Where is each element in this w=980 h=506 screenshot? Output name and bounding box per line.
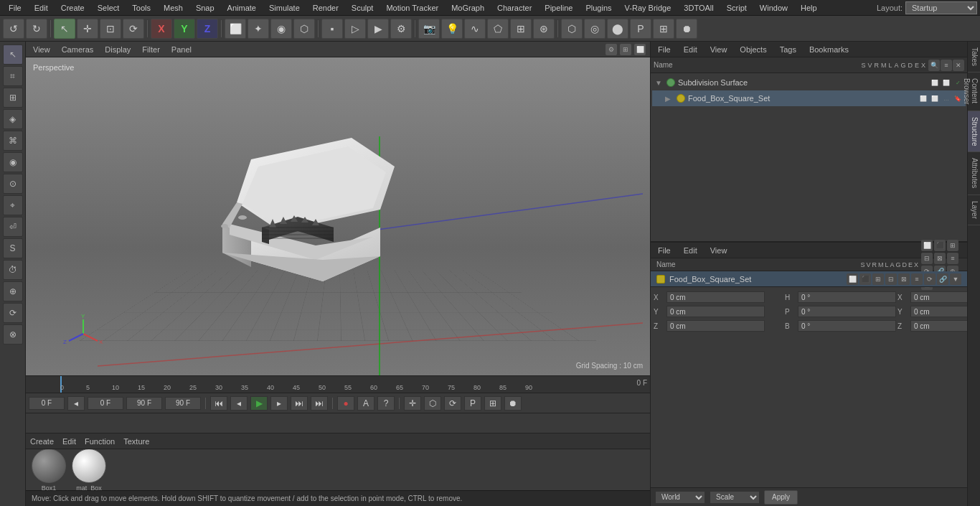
am-obj-icon-6[interactable]: ≡ [911,273,923,285]
palette-button[interactable]: P [630,19,651,39]
render-view-button[interactable]: ▷ [344,19,366,39]
menu-3dtoall[interactable]: 3DTOAll [678,2,719,14]
left-btn-tool7[interactable]: ⏱ [3,260,23,280]
mat-menu-function[interactable]: Function [85,437,115,446]
object-mode-button[interactable]: ⬜ [225,19,246,39]
left-btn-tool1[interactable]: ⌘ [3,131,23,151]
record-button[interactable]: ⏺ [676,19,697,39]
frame-current-input[interactable] [88,397,123,410]
material-box1[interactable]: Box1 [32,449,66,490]
am-icon-1[interactable]: ⬜ [921,240,933,251]
camera-button[interactable]: 📷 [418,19,440,39]
am-icon-5[interactable]: ⊠ [934,253,946,264]
left-btn-tool8[interactable]: ⊕ [3,281,23,301]
am-obj-icon-3[interactable]: ⊞ [872,273,884,285]
vp-icon-max[interactable]: ⬜ [634,44,646,55]
tc-prev-frame[interactable]: ◂ [230,396,248,411]
polygon-button[interactable]: ⬠ [487,19,509,39]
move2-button[interactable]: ⬡ [561,19,583,39]
am-obj-icon-4[interactable]: ⊟ [885,273,897,285]
vp-menu-display[interactable]: Display [102,44,133,55]
menu-mesh[interactable]: Mesh [158,2,189,14]
om-menu-edit[interactable]: Edit [681,44,700,55]
menu-tools[interactable]: Tools [126,2,156,14]
om-ic-s[interactable]: ⬜ [930,78,940,88]
menu-render[interactable]: Render [307,2,344,14]
rotate2-button[interactable]: ◎ [584,19,606,39]
tc-scale2[interactable]: ⬡ [424,396,441,411]
grid-button[interactable]: ⊞ [653,19,674,39]
om-close-icon[interactable]: ✕ [953,60,964,71]
am-object-row[interactable]: Food_Box_Square_Set ⬜ ⬛ ⊞ ⊟ ⊠ ≡ ⟳ 🔗 ▼ [651,271,967,287]
mat-menu-texture[interactable]: Texture [123,437,149,446]
om-ic-v[interactable]: ⬜ [941,78,951,88]
left-btn-model[interactable]: ↖ [3,44,23,65]
tc-goto-end2[interactable]: ⏭ [311,396,328,411]
menu-vray[interactable]: V-Ray Bridge [619,2,677,14]
vp-menu-cameras[interactable]: Cameras [59,44,97,55]
tab-takes[interactable]: Takes [968,42,980,72]
am-input-h[interactable] [798,291,896,303]
vp-menu-panel[interactable]: Panel [169,44,194,55]
scale-tool-button[interactable]: ⊡ [100,19,121,39]
mat-menu-create[interactable]: Create [30,437,54,446]
vp-menu-filter[interactable]: Filter [139,44,162,55]
frame-end-input2[interactable] [165,397,201,410]
om-menu-objects[interactable]: Objects [737,44,769,55]
left-btn-tool4[interactable]: ⌖ [3,195,23,215]
tc-goto-end[interactable]: ⏭ [291,396,308,411]
am-obj-icon-5[interactable]: ⊠ [898,273,910,285]
mat-menu-edit[interactable]: Edit [62,437,76,446]
deform-button[interactable]: ⬡ [293,19,315,39]
render-region-button[interactable]: ▪ [321,19,343,39]
left-btn-tool10[interactable]: ⊗ [3,324,23,345]
om-ic-dots[interactable]: … [941,93,951,103]
tc-grid[interactable]: ⊞ [484,396,501,411]
am-input-x-pos[interactable] [666,291,765,303]
left-btn-tool9[interactable]: ⟳ [3,303,23,323]
om-menu-view[interactable]: View [707,44,730,55]
menu-file[interactable]: File [3,2,27,14]
am-obj-icon-1[interactable]: ⬜ [847,273,858,285]
render-settings-button[interactable]: ⚙ [390,19,412,39]
menu-simulate[interactable]: Simulate [263,2,306,14]
om-menu-file[interactable]: File [655,44,674,55]
menu-edit[interactable]: Edit [29,2,54,14]
om-ic-check[interactable]: ✓ [953,78,963,88]
menu-create[interactable]: Create [55,2,90,14]
tc-help[interactable]: ? [377,396,395,411]
am-icon-2[interactable]: ⬛ [934,240,946,251]
tc-goto-start[interactable]: ⏮ [210,396,227,411]
am-input-b[interactable] [798,320,896,332]
om-menu-tags[interactable]: Tags [777,44,799,55]
am-icon-3[interactable]: ⊞ [947,240,958,251]
scale2-button[interactable]: ⬤ [607,19,628,39]
am-icon-4[interactable]: ⊟ [921,253,933,264]
am-input-p[interactable] [798,306,896,317]
tc-param[interactable]: P [464,396,481,411]
tc-move[interactable]: ✛ [404,396,421,411]
am-obj-icon-8[interactable]: 🔗 [937,273,948,285]
tc-record[interactable]: ● [337,396,354,411]
am-menu-edit[interactable]: Edit [681,245,700,256]
menu-mograph[interactable]: MoGraph [446,2,490,14]
left-btn-motion[interactable]: ◈ [3,109,23,129]
material-mat-box[interactable]: mat_Box [72,449,106,490]
am-menu-file[interactable]: File [655,245,674,256]
render-button[interactable]: ▶ [367,19,389,39]
viewport-3d[interactable]: Perspective [26,57,650,375]
timeline-ruler[interactable]: 0 5 10 15 20 25 30 35 40 45 50 55 60 65 … [26,376,650,393]
left-btn-tool6[interactable]: S [3,238,23,258]
am-icon-6[interactable]: ≡ [947,253,958,264]
om-expand-icon-child[interactable]: ▶ [665,95,674,103]
null-button[interactable]: ◉ [270,19,292,39]
undo-button[interactable]: ↺ [3,19,24,39]
vp-icon-settings[interactable]: ⚙ [606,44,617,55]
om-item-subdivision[interactable]: ▼ Subdivision Surface ⬜ ⬜ ✓ [652,75,966,90]
menu-pipeline[interactable]: Pipeline [539,2,578,14]
left-btn-tool5[interactable]: ⏎ [3,217,23,237]
tc-next-frame[interactable]: ▸ [270,396,288,411]
left-btn-uv[interactable]: ⊞ [3,88,23,108]
am-obj-icon-2[interactable]: ⬛ [859,273,871,285]
om-ic-tag[interactable]: 🔖 [953,93,963,103]
